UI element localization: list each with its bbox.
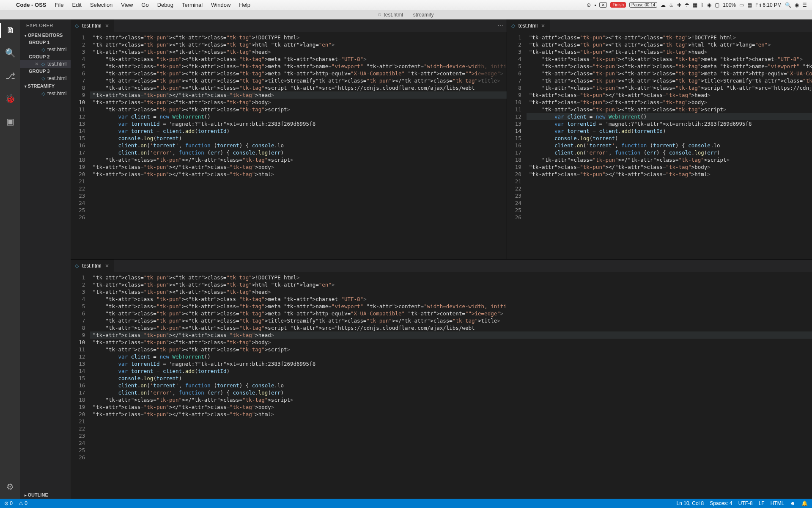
menu-selection[interactable]: Selection <box>86 2 117 8</box>
code-line[interactable]: "tk-attr">class="tk-pun"></"tk-attr">cla… <box>527 163 812 171</box>
siri-icon[interactable]: ◉ <box>795 2 799 8</box>
code-line[interactable]: var torrent = client.add(torrentId) <box>90 127 506 135</box>
code-line[interactable]: var client = new WebTorrent() <box>90 353 812 360</box>
menu-window[interactable]: Window <box>207 2 235 8</box>
status-eol[interactable]: LF <box>759 500 765 506</box>
code-line[interactable]: "tk-attr">class="tk-pun"><"tk-attr">clas… <box>90 63 506 70</box>
settings-gear-icon[interactable]: ⚙ <box>0 479 20 494</box>
code-line[interactable]: client.on('torrent', function (torrent) … <box>90 382 812 389</box>
editor-tab[interactable]: ◇test.html✕ <box>71 260 113 272</box>
code-line[interactable]: "tk-attr">class="tk-pun"></"tk-attr">cla… <box>90 396 812 403</box>
wifi-icon[interactable]: ◉ <box>707 2 711 8</box>
code-line[interactable]: "tk-attr">class="tk-pun"><"tk-attr">clas… <box>90 77 506 84</box>
code-line[interactable]: "tk-attr">class="tk-pun"></"tk-attr">cla… <box>90 163 506 171</box>
search-icon[interactable]: 🔍 <box>785 2 791 8</box>
code-line[interactable]: "tk-attr">class="tk-pun"><"tk-attr">clas… <box>90 99 506 106</box>
code-editor[interactable]: 1234567891011121314151617181920212223242… <box>71 32 506 259</box>
code-line[interactable]: "tk-attr">class="tk-pun"><"tk-attr">clas… <box>90 34 506 41</box>
code-line[interactable]: var torrentId = 'magnet:?"tk-attr">xt=ur… <box>90 120 506 127</box>
extensions-icon[interactable]: ▣ <box>0 114 20 129</box>
search-icon[interactable]: 🔍 <box>0 45 20 61</box>
status-errors[interactable]: ⊘ 0 <box>4 500 13 506</box>
code-line[interactable]: "tk-attr">class="tk-pun"><"tk-attr">clas… <box>90 317 812 324</box>
finish-pill[interactable]: Finish <box>610 2 626 8</box>
code-line[interactable]: "tk-attr">class="tk-pun"></"tk-attr">cla… <box>90 171 506 178</box>
battery-icon[interactable]: ▭ <box>739 2 744 8</box>
code-line[interactable]: "tk-attr">class="tk-pun"><"tk-attr">clas… <box>527 63 812 70</box>
code-line[interactable]: client.on('error', function (err) { cons… <box>527 149 812 156</box>
status-warnings[interactable]: ⚠ 0 <box>19 500 27 506</box>
code-line[interactable]: "tk-attr">class="tk-pun"></"tk-attr">cla… <box>90 156 506 163</box>
explorer-icon[interactable]: 🗎 <box>0 23 20 38</box>
code-line[interactable]: "tk-attr">class="tk-pun"></"tk-attr">cla… <box>527 171 812 178</box>
status-cursor-pos[interactable]: Ln 10, Col 8 <box>677 500 704 506</box>
code-line[interactable]: "tk-attr">class="tk-pun"><"tk-attr">clas… <box>527 84 812 91</box>
code-line[interactable]: "tk-attr">class="tk-pun"><"tk-attr">clas… <box>90 310 812 317</box>
code-line[interactable]: "tk-attr">class="tk-pun"><"tk-attr">clas… <box>90 106 506 113</box>
code-line[interactable]: var client = new WebTorrent() <box>527 113 812 120</box>
menu-file[interactable]: File <box>51 2 68 8</box>
code-line[interactable]: var torrent = client.add(torrentId) <box>527 127 812 135</box>
code-line[interactable]: "tk-attr">class="tk-pun"><"tk-attr">clas… <box>90 70 506 77</box>
code-line[interactable]: "tk-attr">class="tk-pun"><"tk-attr">clas… <box>527 70 812 77</box>
cloud-icon[interactable]: ☁ <box>661 2 666 8</box>
outline-section[interactable]: OUTLINE <box>20 491 71 499</box>
debug-icon[interactable]: 🐞 <box>0 91 20 106</box>
code-line[interactable]: "tk-attr">class="tk-pun"><"tk-attr">clas… <box>90 41 506 48</box>
code-line[interactable]: "tk-attr">class="tk-pun"><"tk-attr">clas… <box>90 324 812 331</box>
code-body[interactable]: "tk-attr">class="tk-pun"><"tk-attr">clas… <box>527 32 812 259</box>
bluetooth-icon[interactable]: ᛒ <box>701 2 704 8</box>
code-line[interactable]: client.on('torrent', function (torrent) … <box>527 142 812 149</box>
code-body[interactable]: "tk-attr">class="tk-pun"><"tk-attr">clas… <box>90 272 812 499</box>
code-line[interactable]: "tk-attr">class="tk-pun"></"tk-attr">cla… <box>90 91 506 99</box>
clock[interactable]: Fri 6:10 PM <box>755 2 782 8</box>
open-editor-item[interactable]: ◇test.html <box>20 75 71 82</box>
code-line[interactable]: "tk-attr">class="tk-pun"></"tk-attr">cla… <box>90 403 812 411</box>
feedback-icon[interactable]: ☻ <box>790 500 796 506</box>
code-line[interactable]: "tk-attr">class="tk-pun"><"tk-attr">clas… <box>90 84 506 91</box>
code-line[interactable]: "tk-attr">class="tk-pun"></"tk-attr">cla… <box>527 91 812 99</box>
scm-icon[interactable]: ⎇ <box>0 68 20 83</box>
code-line[interactable]: var torrent = client.add(torrentId) <box>90 367 812 375</box>
open-editors-section[interactable]: OPEN EDITORS <box>20 31 71 39</box>
status-icon[interactable]: ⊙ <box>587 2 591 8</box>
camera-icon[interactable]: ▪ <box>594 2 596 8</box>
editor-tab[interactable]: ◇test.html✕ <box>71 19 113 32</box>
battery-pct[interactable]: 100% <box>723 2 736 8</box>
project-file-item[interactable]: ◇test.html <box>20 90 71 97</box>
close-icon[interactable]: ✕ <box>105 263 109 269</box>
umbrella-icon[interactable]: ☂ <box>685 2 689 8</box>
editor-tab[interactable]: ◇test.html✕ <box>507 19 550 32</box>
menu-icon[interactable]: ☰ <box>802 2 807 8</box>
code-line[interactable]: console.log(torrent) <box>527 135 812 142</box>
code-line[interactable]: "tk-attr">class="tk-pun"><"tk-attr">clas… <box>90 281 812 288</box>
code-editor[interactable]: 1234567891011121314151617181920212223242… <box>71 272 812 499</box>
status-language[interactable]: HTML <box>771 500 785 506</box>
code-line[interactable]: "tk-attr">class="tk-pun"><"tk-attr">clas… <box>527 55 812 63</box>
open-editor-item[interactable]: ✕◇test.html <box>20 60 71 68</box>
code-line[interactable]: "tk-attr">class="tk-pun"><"tk-attr">clas… <box>90 339 812 346</box>
code-line[interactable]: "tk-attr">class="tk-pun"><"tk-attr">clas… <box>527 41 812 48</box>
code-line[interactable]: var client = new WebTorrent() <box>90 113 506 120</box>
close-icon[interactable]: ✕ <box>105 23 109 29</box>
code-line[interactable]: "tk-attr">class="tk-pun"><"tk-attr">clas… <box>90 274 812 281</box>
code-line[interactable]: var torrentId = 'magnet:?"tk-attr">xt=ur… <box>527 120 812 127</box>
code-line[interactable]: "tk-attr">class="tk-pun"><"tk-attr">clas… <box>90 303 812 310</box>
code-line[interactable]: "tk-attr">class="tk-pun"><"tk-attr">clas… <box>527 77 812 84</box>
code-line[interactable]: "tk-attr">class="tk-pun"><"tk-attr">clas… <box>90 346 812 353</box>
open-editor-item[interactable]: ◇test.html <box>20 46 71 53</box>
menu-view[interactable]: View <box>117 2 137 8</box>
code-line[interactable]: console.log(torrent) <box>90 375 812 382</box>
menu-help[interactable]: Help <box>235 2 255 8</box>
code-line[interactable]: "tk-attr">class="tk-pun"><"tk-attr">clas… <box>90 48 506 55</box>
menu-edit[interactable]: Edit <box>68 2 85 8</box>
menu-debug[interactable]: Debug <box>153 2 178 8</box>
close-pill[interactable]: ✕ <box>599 2 607 8</box>
flame-icon[interactable]: ♨ <box>669 2 674 8</box>
app-name[interactable]: Code - OSS <box>12 2 51 8</box>
bell-icon[interactable]: 🔔 <box>801 500 808 506</box>
code-line[interactable]: "tk-attr">class="tk-pun"><"tk-attr">clas… <box>527 99 812 106</box>
code-line[interactable]: "tk-attr">class="tk-pun"><"tk-attr">clas… <box>90 288 812 295</box>
code-line[interactable]: client.on('error', function (err) { cons… <box>90 389 812 396</box>
close-icon[interactable]: ✕ <box>541 23 545 29</box>
